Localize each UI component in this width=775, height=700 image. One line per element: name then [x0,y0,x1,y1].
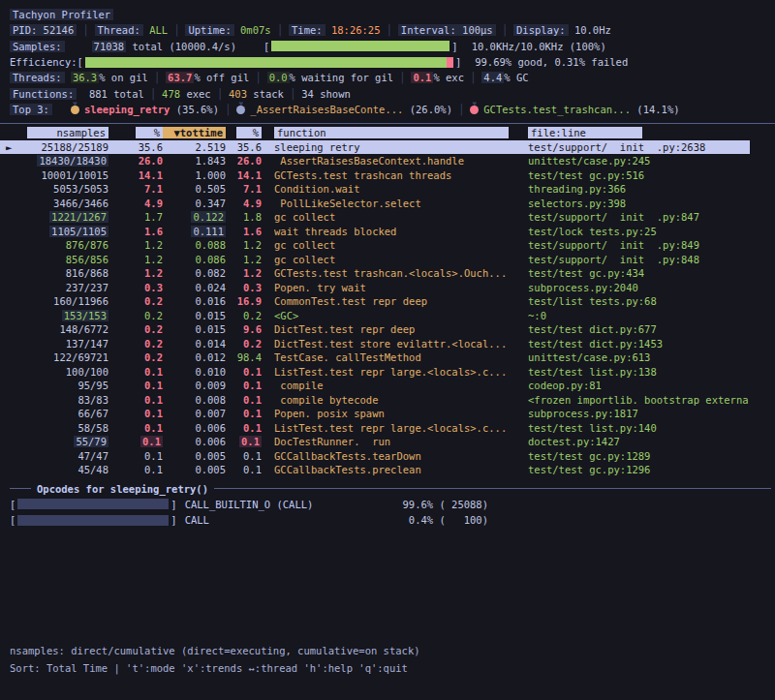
column-header-cum-pct[interactable]: % [226,127,262,138]
cell-tottime-value: 0.014 [163,338,226,350]
table-row[interactable]: 100/1000.10.0100.1ListTest.test_repr_lar… [0,365,775,380]
cell-pct: 1.6 [108,226,163,237]
cell-pct-value: 0.2 [108,338,163,350]
function-stat-unit: total [108,88,144,100]
cell-pct-value: 26.0 [108,155,163,167]
cell-function: Condition.wait [274,183,528,195]
cell-nsamples: 1221/1267 [27,211,108,223]
function-stat-value: 881 [89,88,108,100]
opcodes-title: Opcodes for sleeping_retry() [31,483,214,495]
cell-file-line: doctest.py:1427 [528,436,775,447]
table-row[interactable]: 45/480.10.0050.1GCCallbackTests.preclean… [0,463,775,477]
cell-pct-value: 35.6 [108,141,163,153]
cell-tottime-value: 0.005 [163,450,226,462]
cell-cum-pct: 0.1 [226,436,262,447]
cell-nsamples-value: 25188/25189 [27,141,108,153]
cell-cum-pct: 1.2 [226,239,262,251]
column-header-tottime[interactable]: ▼tottime [163,127,226,138]
table-row[interactable]: 137/1470.20.0140.2DictTest.test_store_ev… [0,337,775,351]
info-value: 18:26:25 [326,24,381,36]
table-row[interactable]: 55/790.10.0060.1DocTestRunner.__rundocte… [0,435,775,449]
cell-tottime: 2.519 [163,141,226,153]
column-header-function[interactable]: function [274,127,528,138]
table-row[interactable]: 148/67720.20.0159.6DictTest.test_repr_de… [0,322,775,337]
cell-tottime-value: 0.086 [163,254,226,265]
table-row[interactable]: 47/470.10.0050.1GCCallbackTests.tearDown… [0,449,775,464]
cell-function: DictTest.test_repr_deep [274,323,528,335]
cell-nsamples: 10001/10015 [27,169,108,181]
cell-nsamples-value: 45/48 [27,464,108,475]
cell-nsamples-value: 55/79 [74,436,108,447]
table-row[interactable]: 1105/11051.60.1111.6wait_threads_blocked… [0,225,775,239]
cell-file-line: test/test_gc.py:1296 [528,464,775,475]
table-row[interactable]: 816/8681.20.0821.2GCTests.test_trashcan.… [0,266,775,281]
table-row[interactable]: 122/697210.20.01298.4TestCase._callTestM… [0,350,775,365]
column-header-nsamples[interactable]: nsamples [27,127,108,138]
table-row[interactable]: ►25188/2518935.62.51935.6sleeping_retryt… [0,140,775,155]
cell-file-line: test/test_dict.py:677 [528,323,775,335]
samples-rate: total (10000.4/s) [126,41,236,52]
cell-tottime: 0.505 [163,183,226,195]
table-row[interactable]: 95/950.10.0090.1_compilecodeop.py:81 [0,379,775,393]
cell-nsamples-value: 876/876 [27,239,108,251]
table-row[interactable]: 160/119660.20.01616.9CommonTest.test_rep… [0,294,775,309]
table-separator [0,123,775,124]
info-segment: Time: 18:26:25 [289,24,381,36]
efficiency-bar [85,57,453,68]
cell-pct: 0.3 [108,282,163,293]
table-row[interactable]: 153/1530.20.0150.2<GC>~:0 [0,309,775,323]
table-row[interactable]: 83/830.10.0080.1_compile_bytecode<frozen… [0,393,775,408]
app-title-line: Tachyon Profiler [10,7,775,22]
cell-function: GCCallbackTests.tearDown [274,450,528,462]
cell-cum-pct: 26.0 [226,155,262,167]
cell-file-line: <frozen importlib._bootstrap_externa [528,394,775,406]
thread-stat-unit: % on gil [99,72,148,83]
cell-nsamples: 58/58 [27,422,108,434]
table-row[interactable]: 3466/34664.90.3474.9_PollLikeSelector.se… [0,197,775,211]
table-row[interactable]: 10001/1001514.11.00014.1GCTests.test_tra… [0,168,775,183]
cell-tottime: 1.000 [163,169,226,181]
cell-nsamples-value: 100/100 [27,366,108,378]
table-row[interactable]: 237/2370.30.0240.3Popen._try_waitsubproc… [0,281,775,295]
cell-nsamples: 45/48 [27,464,108,475]
cell-file-line: subprocess.py:1817 [528,408,775,419]
thread-stat-unit: % waiting for gil [290,72,393,83]
threads-label: Threads: [10,72,65,83]
cell-nsamples: 47/47 [27,450,108,462]
cell-tottime: 0.015 [163,310,226,321]
table-row[interactable]: 66/670.10.0070.1Popen._posix_spawnsubpro… [0,407,775,421]
cell-tottime: 0.016 [163,295,226,307]
cell-cum-pct-value: 98.4 [226,351,262,363]
table-row[interactable]: 1221/12671.70.1221.8gc_collecttest/suppo… [0,210,775,225]
cell-pct-value: 7.1 [108,183,163,195]
cell-nsamples: 95/95 [27,380,108,391]
separator-pipe: │ [496,24,513,36]
info-segment: Display: 10.0Hz [513,24,611,36]
column-header-pct[interactable]: % [108,127,163,138]
cell-function: Popen._posix_spawn [274,408,528,419]
cell-function: gc_collect [274,211,528,223]
column-header-file-line[interactable]: file:line [528,127,775,138]
separator-pipe: │ [464,72,481,83]
cell-cum-pct-value: 1.2 [226,267,262,279]
cell-nsamples-value: 95/95 [27,380,108,391]
table-row[interactable]: 876/8761.20.0881.2gc_collecttest/support… [0,238,775,253]
table-row[interactable]: 856/8561.20.0861.2gc_collecttest/support… [0,253,775,267]
function-stat-unit: shown [314,88,351,100]
cell-cum-pct-value: 26.0 [226,155,262,167]
cell-pct-value: 0.2 [108,295,163,307]
table-row[interactable]: 58/580.10.0060.1ListTest.test_repr_large… [0,421,775,436]
cell-tottime: 0.005 [163,450,226,462]
opcode-bar [17,515,169,526]
table-row[interactable]: 5053/50537.10.5057.1Condition.waitthread… [0,182,775,197]
separator-pipe: │ [271,24,289,36]
separator-pipe: │ [219,104,236,115]
efficiency-line: Efficiency: [ ] 99.69% good, 0.31% faile… [10,54,775,70]
cell-pct: 0.1 [108,450,163,462]
cell-function: _AssertRaisesBaseContext.handle [274,155,528,167]
cell-file-line: test/test_dict.py:1453 [528,338,775,350]
medal-gold-icon [71,106,79,114]
medal-bronze-icon [470,106,479,114]
opcode-bar-open: [ [10,514,16,526]
table-row[interactable]: 18430/1843026.01.84326.0_AssertRaisesBas… [0,154,775,168]
